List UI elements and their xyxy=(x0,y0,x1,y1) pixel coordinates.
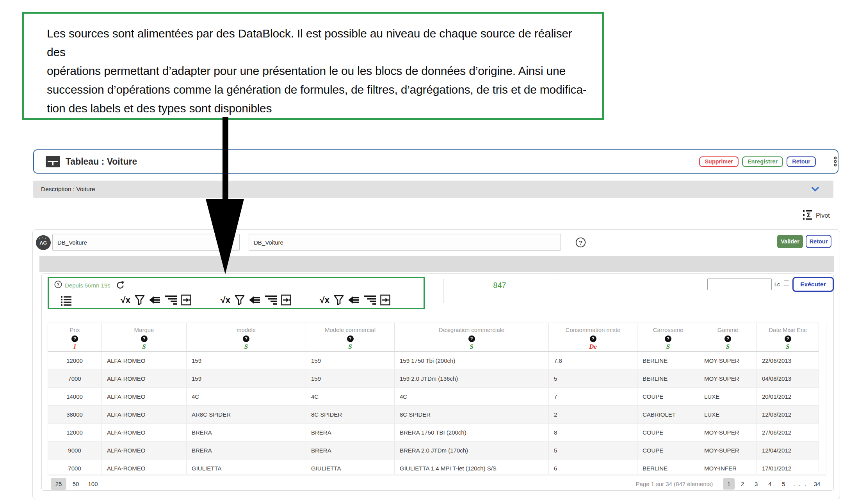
column-help-icon[interactable]: ? xyxy=(724,335,731,342)
table-cell: MOY-SUPER xyxy=(699,441,757,459)
filter-icon[interactable] xyxy=(235,295,245,305)
aggregation-icon[interactable] xyxy=(149,295,161,305)
table-cell: ALFA-ROMEO xyxy=(102,423,187,441)
table-cell: 4C xyxy=(187,387,306,405)
refresh-status-text: Depuis 56mn 19s xyxy=(65,282,110,289)
labels-icon[interactable] xyxy=(281,295,291,305)
operations-toolbar: ? Depuis 56mn 19s xyxy=(48,277,425,309)
column-label: Marque xyxy=(102,327,186,333)
page-number[interactable]: 5 xyxy=(778,478,789,490)
table-row[interactable]: 9000ALFA-ROMEOBRERABRERABRERA 2.0 JTDm (… xyxy=(48,441,819,459)
horizontal-scrollbar[interactable] xyxy=(48,474,826,476)
sort-icon[interactable] xyxy=(265,295,277,305)
retour-button[interactable]: Retour xyxy=(806,235,831,248)
table-cell: 7000 xyxy=(48,369,102,387)
column-help-icon[interactable]: ? xyxy=(71,335,78,342)
table-cell: 27/06/2012 xyxy=(757,423,819,441)
refresh-icon[interactable] xyxy=(116,280,125,290)
supprimer-button[interactable]: Supprimer xyxy=(699,156,739,167)
column-label: Carrosserie xyxy=(638,327,698,333)
labels-icon[interactable] xyxy=(181,295,191,305)
column-help-icon[interactable]: ? xyxy=(243,335,249,342)
page-size-option[interactable]: 25 xyxy=(51,478,66,490)
retour-button[interactable]: Retour xyxy=(787,156,816,167)
operation-icon-rows: √x√x√x xyxy=(55,295,418,307)
list-icon[interactable] xyxy=(61,295,72,308)
valider-button[interactable]: Valider xyxy=(777,235,803,248)
table-cell: BRERA xyxy=(306,423,395,441)
page-number[interactable]: 1 xyxy=(723,478,735,490)
table-cell: BRERA 2.0 JTDm (170ch) xyxy=(395,441,549,459)
ic-checkbox[interactable] xyxy=(784,280,789,286)
formula-icon[interactable]: √x xyxy=(320,295,329,305)
formula-icon[interactable]: √x xyxy=(221,295,230,305)
page-number[interactable]: 34 xyxy=(811,478,823,490)
enregistrer-button[interactable]: Enregistrer xyxy=(742,156,783,167)
ic-label: i.c xyxy=(774,281,780,287)
annotation-line: opérations permettant d’adapter pour une… xyxy=(47,62,590,80)
table-cell: ALFA-ROMEO xyxy=(102,405,187,423)
column-type: I xyxy=(48,343,101,351)
table-row[interactable]: 7000ALFA-ROMEO159159159 2.0 JTDm (136ch)… xyxy=(48,369,819,387)
table-row[interactable]: 12000ALFA-ROMEOBRERABRERABRERA 1750 TBI … xyxy=(48,423,819,441)
aggregation-icon[interactable] xyxy=(348,295,360,305)
description-bar[interactable]: Description : Voiture xyxy=(33,181,833,198)
filter-icon[interactable] xyxy=(135,295,145,305)
table-cell: ALFA-ROMEO xyxy=(102,441,187,459)
filter-icon[interactable] xyxy=(334,295,344,305)
column-help-icon[interactable]: ? xyxy=(468,335,475,342)
page-size-option[interactable]: 100 xyxy=(85,478,101,490)
vertical-scrollbar[interactable] xyxy=(826,323,834,475)
table-cell: 04/08/2013 xyxy=(757,369,819,387)
record-count: 847 xyxy=(443,281,556,290)
table-cell: ALFA-ROMEO xyxy=(102,351,187,369)
table-cell: ALFA-ROMEO xyxy=(102,369,187,387)
table-row[interactable]: 7000ALFA-ROMEOGIULIETTAGIULIETTAGIULIETT… xyxy=(48,459,819,474)
table-cell: 17/01/2012 xyxy=(757,459,819,474)
datablock-name-input[interactable] xyxy=(249,234,561,251)
help-icon[interactable]: ? xyxy=(54,280,62,290)
annotation-line: tion des labels et des types sont dispon… xyxy=(47,99,590,118)
pagination-right: Page 1 sur 34 (847 élements) 12345. . .3… xyxy=(636,478,823,490)
column-help-icon[interactable]: ? xyxy=(665,335,671,342)
table-cell: 5 xyxy=(549,369,637,387)
column-help-icon[interactable]: ? xyxy=(590,335,596,342)
execute-expression-input[interactable] xyxy=(707,279,772,290)
table-cell: COUPE xyxy=(637,387,699,405)
aggregation-icon[interactable] xyxy=(249,295,261,305)
table-cell: CABRIOLET xyxy=(637,405,699,423)
annotation-arrow xyxy=(194,117,256,275)
column-help-icon[interactable]: ? xyxy=(347,335,354,342)
executer-button[interactable]: Exécuter xyxy=(792,277,834,292)
page-number[interactable]: 3 xyxy=(750,478,762,490)
page-number[interactable]: 4 xyxy=(764,478,776,490)
table-cell: MOY-SUPER xyxy=(699,351,757,369)
sort-icon[interactable] xyxy=(364,295,376,305)
kebab-menu-icon[interactable] xyxy=(833,156,838,167)
table-cell: BRERA xyxy=(187,423,306,441)
source-panel: ΛG ? Valider Retour ? Depuis 56mn 19s xyxy=(32,229,840,499)
table-cell: 7000 xyxy=(48,459,102,474)
sort-icon[interactable] xyxy=(165,295,177,305)
column-header: Consommation mixte?De xyxy=(549,323,637,352)
chevron-down-icon[interactable] xyxy=(811,186,819,192)
table-cell: 5 xyxy=(549,441,637,459)
table-cell: BERLINE xyxy=(637,459,699,474)
pivot-button[interactable]: Σ Pivot xyxy=(803,210,830,222)
table-row[interactable]: 12000ALFA-ROMEO159159159 1750 Tbi (200ch… xyxy=(48,351,819,369)
table-header-row: Prix?IMarque?Smodele?SModele commercial?… xyxy=(48,323,819,352)
table-row[interactable]: 14000ALFA-ROMEO4C4C4C7COUPELUXE20/01/201… xyxy=(48,387,819,405)
page-size-option[interactable]: 50 xyxy=(68,478,84,490)
table-cell: 12/03/2012 xyxy=(757,405,819,423)
page-ellipsis: . . . xyxy=(791,478,809,490)
table-row[interactable]: 38000ALFA-ROMEOAR8C SPIDER8C SPIDER8C SP… xyxy=(48,405,819,423)
table-cell: BRERA xyxy=(187,441,306,459)
data-view-panel: ? Depuis 56mn 19s xyxy=(41,273,834,491)
help-icon[interactable]: ? xyxy=(575,237,586,249)
page-number[interactable]: 2 xyxy=(737,478,748,490)
column-help-icon[interactable]: ? xyxy=(785,335,791,342)
formula-icon[interactable]: √x xyxy=(121,295,130,305)
column-help-icon[interactable]: ? xyxy=(141,335,148,342)
annotation-line: Les sources sont alimentées par des Data… xyxy=(47,24,590,62)
labels-icon[interactable] xyxy=(380,295,390,305)
